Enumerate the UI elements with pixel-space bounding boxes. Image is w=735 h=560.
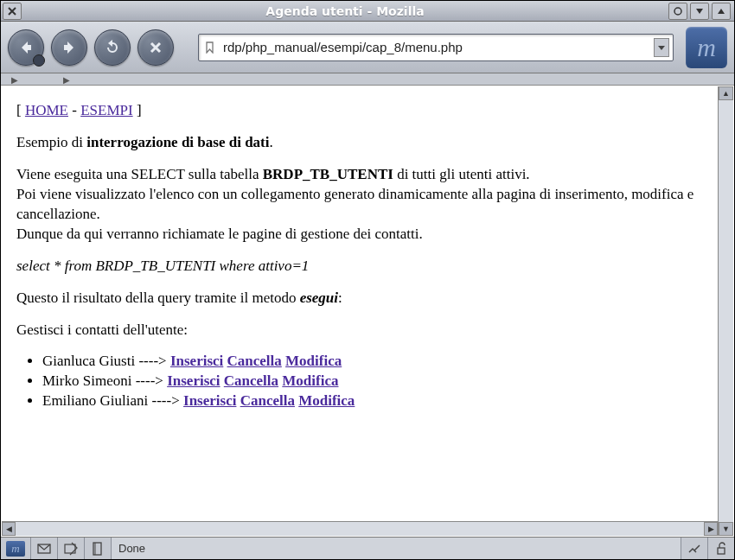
manage-contacts-label: Gestisci i contatti dell'utente: [16, 321, 719, 340]
forward-button[interactable] [51, 29, 87, 66]
circle-icon [673, 6, 683, 16]
url-text[interactable]: rdp/php_manual/esempi/cap_8/menu.php [223, 40, 650, 54]
arrow-left-icon [17, 39, 35, 56]
result-intro: Questo il risultato della query tramite … [16, 289, 719, 309]
scroll-up-button[interactable]: ▲ [719, 86, 733, 100]
list-item: Emiliano Giuliani ----> Inserisci Cancel… [42, 391, 719, 411]
intro-paragraph: Esempio di interrogazione di base di dat… [16, 133, 719, 153]
mozilla-icon: m [6, 541, 25, 557]
link-delete[interactable]: Cancella [240, 392, 295, 409]
plug-icon [687, 541, 702, 557]
arrow-right-icon [61, 39, 78, 56]
book-icon [90, 541, 105, 557]
window-minimize-button[interactable] [668, 3, 687, 20]
composer-button[interactable] [58, 538, 85, 559]
status-bar: m Done [1, 537, 734, 559]
url-bar[interactable]: rdp/php_manual/esempi/cap_8/menu.php [198, 34, 674, 61]
list-item: Gianluca Giusti ----> Inserisci Cancella… [42, 352, 719, 372]
address-book-button[interactable] [85, 538, 112, 559]
mozilla-throbber[interactable]: m [686, 27, 727, 68]
user-list: Gianluca Giusti ----> Inserisci Cancella… [42, 352, 719, 411]
stop-button[interactable] [137, 29, 174, 66]
up-triangle-icon [716, 6, 726, 16]
tab-marker-2: ▶ [63, 75, 72, 84]
navigation-toolbar: rdp/php_manual/esempi/cap_8/menu.php m [1, 22, 734, 73]
link-delete[interactable]: Cancella [224, 372, 278, 389]
svg-point-0 [674, 8, 681, 15]
compose-icon [63, 541, 79, 557]
online-indicator[interactable] [681, 538, 708, 559]
link-modify[interactable]: Modifica [282, 372, 338, 389]
link-delete[interactable]: Cancella [227, 353, 282, 369]
sql-query: select * from BRDP_TB_UTENTI where attiv… [16, 257, 719, 277]
link-insert[interactable]: Inserisci [170, 353, 223, 369]
svg-rect-5 [718, 548, 725, 554]
horizontal-scrollbar[interactable]: ◀ ▶ [2, 521, 718, 536]
link-esempi[interactable]: ESEMPI [80, 102, 132, 118]
title-bar: Agenda utenti - Mozilla [1, 1, 734, 22]
link-insert[interactable]: Inserisci [183, 392, 236, 409]
tab-marker-1: ▶ [11, 75, 20, 84]
list-item: Mirko Simeoni ----> Inserisci Cancella M… [42, 372, 719, 391]
mail-icon [36, 541, 52, 557]
link-modify[interactable]: Modifica [285, 353, 342, 369]
description-paragraph: Viene eseguita una SELECT sulla tabella … [16, 165, 719, 245]
breadcrumb: [ HOME - ESEMPI ] [16, 101, 719, 121]
bookmarks-toolbar: ▶ ▶ [1, 73, 734, 86]
scroll-down-button[interactable]: ▼ [719, 522, 733, 536]
status-text: Done [112, 538, 681, 559]
navigator-button[interactable]: m [1, 538, 31, 559]
svg-rect-3 [93, 543, 101, 555]
mail-button[interactable] [31, 538, 58, 559]
link-insert[interactable]: Inserisci [167, 372, 220, 389]
reload-button[interactable] [94, 29, 131, 66]
scroll-track[interactable] [16, 522, 704, 536]
window-maximize-button[interactable] [690, 3, 709, 20]
chevron-down-icon [657, 43, 666, 52]
stop-icon [148, 40, 163, 55]
page-content: [ HOME - ESEMPI ] Esempio di interrogazi… [1, 86, 734, 537]
bookmark-icon [202, 40, 218, 55]
url-dropdown-button[interactable] [654, 38, 669, 57]
lock-open-icon [713, 541, 729, 557]
link-home[interactable]: HOME [25, 102, 68, 118]
vertical-scrollbar[interactable]: ▲ ▼ [718, 86, 733, 536]
link-modify[interactable]: Modifica [298, 392, 355, 409]
scroll-left-button[interactable]: ◀ [2, 522, 16, 536]
back-history-dropdown[interactable] [33, 54, 45, 67]
scroll-track[interactable] [719, 100, 733, 522]
scroll-right-button[interactable]: ▶ [704, 522, 718, 536]
close-icon [8, 7, 16, 16]
window-title: Agenda utenti - Mozilla [22, 4, 668, 18]
back-button[interactable] [8, 29, 44, 66]
window-close-button[interactable] [3, 3, 22, 20]
security-indicator[interactable] [708, 538, 734, 559]
down-triangle-icon [694, 6, 705, 16]
reload-icon [104, 39, 121, 56]
window-shade-button[interactable] [712, 3, 731, 20]
